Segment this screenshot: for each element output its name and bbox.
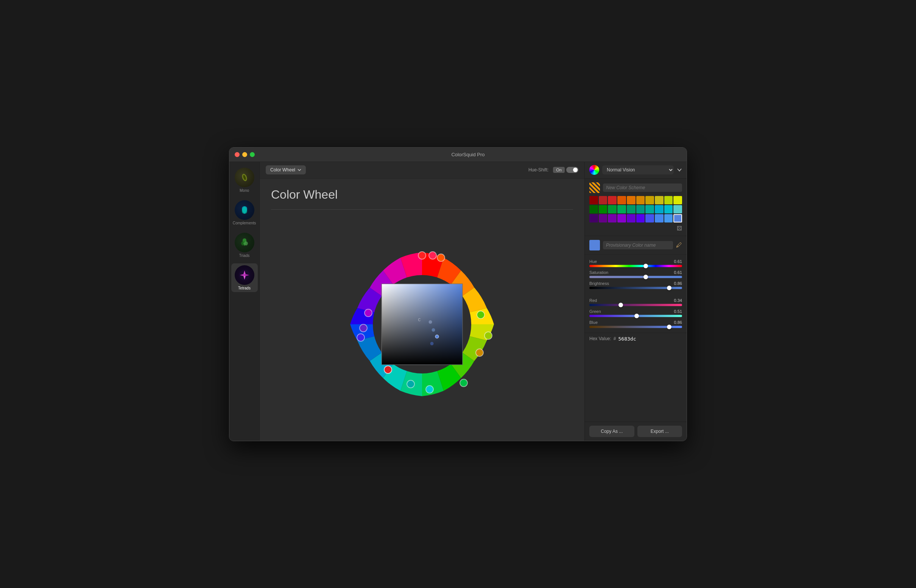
saturation-slider[interactable] — [589, 276, 682, 278]
color-cell[interactable] — [589, 214, 598, 223]
color-cell[interactable] — [608, 214, 617, 223]
blue-slider[interactable] — [589, 326, 682, 328]
vision-dropdown-icon — [677, 167, 682, 173]
color-cell[interactable] — [646, 205, 654, 213]
blue-label-row: Blue 0.86 — [589, 320, 682, 325]
wheel-dot-teal[interactable] — [407, 380, 414, 388]
brightness-slider-row: Brightness 0.86 — [589, 281, 682, 289]
copy-as-button[interactable]: Copy As ... — [589, 426, 634, 437]
brightness-slider[interactable] — [589, 287, 682, 289]
color-wheel-dropdown[interactable]: Color Wheel — [266, 165, 306, 174]
color-cell[interactable] — [627, 214, 636, 223]
wheel-container[interactable]: ⬆ ⬇ ⬦ ⬦ + — [271, 217, 573, 432]
color-cell[interactable] — [608, 196, 617, 204]
red-value: 0.34 — [674, 298, 682, 303]
picker-dot-main[interactable] — [435, 335, 439, 339]
color-scheme-section: ⚄ — [585, 179, 687, 236]
color-cell[interactable] — [589, 205, 598, 213]
hue-shift-on-label: On — [553, 167, 565, 173]
wheel-dot-green2[interactable] — [460, 379, 468, 387]
hue-shift-toggle[interactable]: On — [553, 167, 578, 173]
new-scheme-input[interactable] — [603, 184, 682, 192]
color-cell[interactable] — [617, 196, 626, 204]
sidebar-item-tetrads[interactable]: Tetrads — [231, 263, 258, 292]
hue-value: 0.61 — [674, 259, 682, 264]
dropdown-chevron-icon — [298, 168, 301, 172]
sidebar-label-tetrads: Tetrads — [238, 286, 251, 290]
sidebar: Mono Complements — [229, 162, 260, 441]
close-button[interactable] — [235, 152, 240, 157]
page-title: Color Wheel — [271, 188, 338, 202]
color-cell[interactable] — [673, 205, 682, 213]
color-cell[interactable] — [627, 196, 636, 204]
color-cell[interactable] — [627, 205, 636, 213]
color-mode-icon[interactable] — [589, 165, 599, 175]
wheel-dot-redorange[interactable] — [437, 254, 445, 262]
hex-value[interactable]: 5683dc — [618, 336, 636, 342]
color-cell[interactable] — [673, 196, 682, 204]
color-cell[interactable] — [617, 214, 626, 223]
color-cell[interactable] — [636, 205, 645, 213]
color-cell[interactable] — [646, 196, 654, 204]
color-wheel[interactable]: ⬆ ⬇ ⬦ ⬦ + — [346, 249, 498, 400]
export-button[interactable]: Export ... — [638, 426, 683, 437]
green-slider-row: Green 0.51 — [589, 309, 682, 317]
hue-slider[interactable] — [589, 265, 682, 267]
hue-thumb[interactable] — [644, 264, 648, 268]
color-cell[interactable] — [664, 214, 673, 223]
saturation-value: 0.61 — [674, 270, 682, 275]
blue-slider-row: Blue 0.86 — [589, 320, 682, 328]
color-cell[interactable] — [664, 205, 673, 213]
red-slider[interactable] — [589, 304, 682, 306]
color-picker-square[interactable]: c — [382, 284, 463, 365]
color-cell[interactable] — [599, 196, 607, 204]
wheel-dot-magenta[interactable] — [364, 309, 372, 317]
blue-thumb[interactable] — [667, 325, 672, 329]
green-slider[interactable] — [589, 315, 682, 317]
wheel-dot-red[interactable] — [384, 366, 392, 373]
color-cell[interactable] — [617, 205, 626, 213]
wheel-dot-cyan[interactable] — [426, 386, 434, 393]
eyedropper-button[interactable]: 🖊 — [676, 242, 682, 249]
color-cell[interactable] — [599, 214, 607, 223]
sidebar-item-complements[interactable]: Complements — [231, 198, 258, 227]
color-cell[interactable] — [655, 196, 664, 204]
green-label-row: Green 0.51 — [589, 309, 682, 314]
color-cell[interactable] — [655, 205, 664, 213]
wheel-dot-bluepurple[interactable] — [357, 334, 364, 341]
triads-icon — [235, 233, 254, 252]
color-cell[interactable] — [636, 196, 645, 204]
maximize-button[interactable] — [250, 152, 255, 157]
picker-dot-2 — [432, 328, 435, 332]
color-cell[interactable] — [608, 205, 617, 213]
color-cell[interactable] — [664, 196, 673, 204]
wheel-dot-pink[interactable] — [429, 252, 437, 259]
green-thumb[interactable] — [634, 314, 639, 318]
panel-spacer — [585, 345, 687, 422]
sidebar-item-triads[interactable]: Triads — [231, 231, 258, 260]
tetrads-svg — [238, 269, 251, 281]
color-wheel-label: Color Wheel — [270, 167, 295, 173]
color-cell[interactable] — [636, 214, 645, 223]
saturation-label: Saturation — [589, 270, 608, 275]
color-cell[interactable] — [646, 214, 654, 223]
slider-spacer — [589, 292, 682, 295]
color-cell-selected[interactable] — [673, 214, 682, 223]
brightness-thumb[interactable] — [667, 286, 672, 290]
vision-select[interactable]: Normal Vision — [602, 165, 674, 174]
wheel-dot-red-top[interactable] — [418, 252, 426, 259]
dice-button[interactable]: ⚄ — [677, 225, 682, 232]
minimize-button[interactable] — [242, 152, 247, 157]
wheel-dot-purple[interactable] — [359, 324, 367, 332]
wheel-dot-green[interactable] — [477, 311, 484, 318]
color-cell[interactable] — [589, 196, 598, 204]
wheel-dot-orange[interactable] — [476, 349, 483, 357]
sidebar-item-mono[interactable]: Mono — [231, 166, 258, 194]
color-cell[interactable] — [655, 214, 664, 223]
wheel-dot-yellowgreen[interactable] — [484, 332, 492, 339]
picker-dot-1 — [429, 320, 432, 323]
red-thumb[interactable] — [618, 303, 623, 307]
saturation-thumb[interactable] — [644, 275, 648, 279]
color-cell[interactable] — [599, 205, 607, 213]
color-name-input[interactable] — [603, 241, 673, 249]
